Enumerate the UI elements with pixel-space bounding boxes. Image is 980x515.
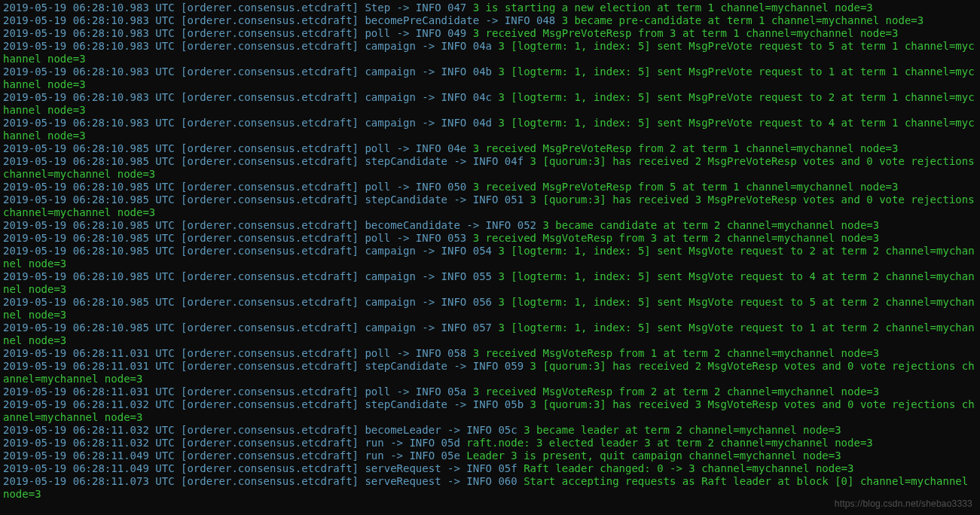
- log-line: 2019-05-19 06:28:11.032 UTC [orderer.con…: [3, 424, 977, 437]
- log-message: 3 became candidate at term 2 channel=myc…: [542, 219, 879, 231]
- log-prefix: 2019-05-19 06:28:11.032 UTC [orderer.con…: [3, 424, 524, 436]
- log-message: Raft leader changed: 0 -> 3 channel=mych…: [524, 462, 853, 474]
- log-prefix: 2019-05-19 06:28:11.031 UTC [orderer.con…: [3, 360, 530, 372]
- log-line: 2019-05-19 06:28:10.985 UTC [orderer.con…: [3, 296, 977, 321]
- log-prefix: 2019-05-19 06:28:10.983 UTC [orderer.con…: [3, 40, 498, 52]
- log-line: 2019-05-19 06:28:11.031 UTC [orderer.con…: [3, 360, 977, 385]
- log-message: 3 received MsgPreVoteResp from 2 at term…: [473, 142, 899, 154]
- log-line: 2019-05-19 06:28:10.983 UTC [orderer.con…: [3, 66, 977, 91]
- log-prefix: 2019-05-19 06:28:10.983 UTC [orderer.con…: [3, 91, 498, 103]
- log-prefix: 2019-05-19 06:28:11.032 UTC [orderer.con…: [3, 398, 530, 410]
- log-prefix: 2019-05-19 06:28:10.985 UTC [orderer.con…: [3, 245, 498, 257]
- log-line: 2019-05-19 06:28:10.983 UTC [orderer.con…: [3, 117, 977, 142]
- log-prefix: 2019-05-19 06:28:10.985 UTC [orderer.con…: [3, 142, 473, 154]
- log-prefix: 2019-05-19 06:28:10.983 UTC [orderer.con…: [3, 66, 498, 78]
- log-line: 2019-05-19 06:28:10.985 UTC [orderer.con…: [3, 245, 977, 270]
- log-prefix: 2019-05-19 06:28:10.983 UTC [orderer.con…: [3, 14, 562, 26]
- log-prefix: 2019-05-19 06:28:10.985 UTC [orderer.con…: [3, 296, 498, 308]
- log-prefix: 2019-05-19 06:28:11.031 UTC [orderer.con…: [3, 347, 473, 359]
- log-message: 3 became pre-candidate at term 1 channel…: [562, 14, 924, 26]
- log-line: 2019-05-19 06:28:11.032 UTC [orderer.con…: [3, 398, 977, 424]
- log-prefix: 2019-05-19 06:28:11.031 UTC [orderer.con…: [3, 385, 473, 398]
- log-prefix: 2019-05-19 06:28:11.049 UTC [orderer.con…: [3, 462, 524, 474]
- log-prefix: 2019-05-19 06:28:11.032 UTC [orderer.con…: [3, 437, 466, 449]
- log-prefix: 2019-05-19 06:28:10.983 UTC [orderer.con…: [3, 27, 473, 39]
- log-prefix: 2019-05-19 06:28:10.985 UTC [orderer.con…: [3, 155, 530, 167]
- log-line: 2019-05-19 06:28:10.985 UTC [orderer.con…: [3, 219, 977, 232]
- log-line: 2019-05-19 06:28:10.985 UTC [orderer.con…: [3, 155, 977, 181]
- log-line: 2019-05-19 06:28:11.049 UTC [orderer.con…: [3, 449, 977, 462]
- log-message: 3 received MsgVoteResp from 2 at term 2 …: [473, 385, 879, 398]
- log-message: 3 became leader at term 2 channel=mychan…: [524, 424, 841, 436]
- log-prefix: 2019-05-19 06:28:10.983 UTC [orderer.con…: [3, 117, 498, 129]
- log-prefix: 2019-05-19 06:28:10.983 UTC [orderer.con…: [3, 2, 473, 14]
- log-prefix: 2019-05-19 06:28:10.985 UTC [orderer.con…: [3, 219, 542, 231]
- log-line: 2019-05-19 06:28:10.985 UTC [orderer.con…: [3, 321, 977, 347]
- log-line: 2019-05-19 06:28:11.032 UTC [orderer.con…: [3, 437, 977, 449]
- log-prefix: 2019-05-19 06:28:10.985 UTC [orderer.con…: [3, 270, 498, 282]
- terminal-output[interactable]: 2019-05-19 06:28:10.983 UTC [orderer.con…: [0, 0, 980, 502]
- log-message: 3 received MsgVoteResp from 1 at term 2 …: [473, 347, 879, 359]
- log-prefix: 2019-05-19 06:28:10.985 UTC [orderer.con…: [3, 232, 473, 244]
- log-line: 2019-05-19 06:28:10.985 UTC [orderer.con…: [3, 194, 977, 219]
- log-message: Leader 3 is present, quit campaign chann…: [466, 449, 841, 462]
- log-line: 2019-05-19 06:28:10.985 UTC [orderer.con…: [3, 142, 977, 155]
- log-line: 2019-05-19 06:28:10.983 UTC [orderer.con…: [3, 27, 977, 40]
- log-message: 3 received MsgPreVoteResp from 3 at term…: [473, 27, 899, 39]
- log-prefix: 2019-05-19 06:28:10.985 UTC [orderer.con…: [3, 181, 473, 193]
- log-message: raft.node: 3 elected leader 3 at term 2 …: [466, 437, 872, 449]
- log-line: 2019-05-19 06:28:10.983 UTC [orderer.con…: [3, 2, 977, 14]
- log-line: 2019-05-19 06:28:10.983 UTC [orderer.con…: [3, 14, 977, 27]
- log-prefix: 2019-05-19 06:28:11.049 UTC [orderer.con…: [3, 449, 466, 462]
- log-line: 2019-05-19 06:28:10.985 UTC [orderer.con…: [3, 232, 977, 245]
- log-message: 3 received MsgPreVoteResp from 5 at term…: [473, 181, 899, 193]
- log-line: 2019-05-19 06:28:11.031 UTC [orderer.con…: [3, 385, 977, 398]
- log-prefix: 2019-05-19 06:28:11.073 UTC [orderer.con…: [3, 475, 524, 487]
- log-line: 2019-05-19 06:28:10.985 UTC [orderer.con…: [3, 181, 977, 194]
- log-message: 3 received MsgVoteResp from 3 at term 2 …: [473, 232, 879, 244]
- log-line: 2019-05-19 06:28:11.073 UTC [orderer.con…: [3, 475, 977, 501]
- log-line: 2019-05-19 06:28:10.983 UTC [orderer.con…: [3, 91, 977, 117]
- log-line: 2019-05-19 06:28:11.031 UTC [orderer.con…: [3, 347, 977, 360]
- log-message: 3 is starting a new election at term 1 c…: [473, 2, 873, 14]
- log-line: 2019-05-19 06:28:11.049 UTC [orderer.con…: [3, 462, 977, 475]
- log-prefix: 2019-05-19 06:28:10.985 UTC [orderer.con…: [3, 194, 530, 206]
- log-line: 2019-05-19 06:28:10.985 UTC [orderer.con…: [3, 270, 977, 296]
- log-prefix: 2019-05-19 06:28:10.985 UTC [orderer.con…: [3, 321, 498, 334]
- log-line: 2019-05-19 06:28:10.983 UTC [orderer.con…: [3, 40, 977, 66]
